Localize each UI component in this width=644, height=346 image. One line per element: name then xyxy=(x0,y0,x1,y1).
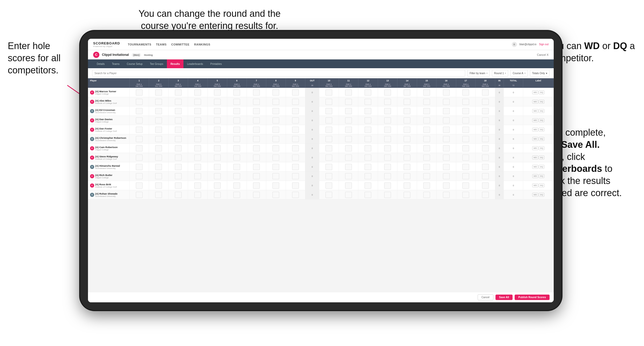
score-input-h16[interactable] xyxy=(443,108,450,114)
hole-2-cell[interactable] xyxy=(149,144,169,153)
wd-button[interactable]: WD xyxy=(532,128,538,132)
hole-18-cell[interactable] xyxy=(476,88,495,97)
hole-15-cell[interactable] xyxy=(417,97,436,106)
score-input-h9[interactable] xyxy=(292,145,299,151)
hole-5-cell[interactable] xyxy=(208,153,227,162)
score-input-h18[interactable] xyxy=(482,108,489,114)
hole-13-cell[interactable] xyxy=(378,116,397,125)
score-input-h11[interactable] xyxy=(345,127,352,133)
hole-13-cell[interactable] xyxy=(378,144,397,153)
score-input-h14[interactable] xyxy=(404,136,410,142)
score-input-h9[interactable] xyxy=(292,89,299,96)
hole-9-cell[interactable] xyxy=(286,172,305,181)
hole-4-cell[interactable] xyxy=(188,134,208,144)
dq-button[interactable]: DQ xyxy=(539,174,544,178)
hole-17-cell[interactable] xyxy=(456,97,476,106)
hole-16-cell[interactable] xyxy=(436,97,456,106)
hole-10-cell[interactable] xyxy=(319,88,339,97)
score-input-h6[interactable] xyxy=(233,99,240,105)
score-input-h2[interactable] xyxy=(155,173,162,179)
hole-4-cell[interactable] xyxy=(188,190,208,199)
score-input-h3[interactable] xyxy=(175,136,182,142)
filter-team-dropdown[interactable]: Filter by team ▾ xyxy=(467,70,490,76)
score-input-h17[interactable] xyxy=(462,99,469,105)
hole-2-cell[interactable] xyxy=(149,97,169,106)
score-input-h5[interactable] xyxy=(214,145,221,151)
score-input-h18[interactable] xyxy=(482,155,489,161)
score-input-h16[interactable] xyxy=(443,155,450,161)
hole-18-cell[interactable] xyxy=(476,97,495,106)
score-input-h17[interactable] xyxy=(462,192,469,198)
hole-17-cell[interactable] xyxy=(456,88,476,97)
hole-15-cell[interactable] xyxy=(417,144,436,153)
hole-16-cell[interactable] xyxy=(436,88,456,97)
hole-1-cell[interactable] xyxy=(129,162,149,172)
score-input-h17[interactable] xyxy=(462,89,469,96)
score-input-h15[interactable] xyxy=(423,182,430,189)
score-input-h1[interactable] xyxy=(136,89,143,96)
score-input-h13[interactable] xyxy=(384,145,391,151)
score-input-h9[interactable] xyxy=(292,108,299,114)
score-input-h12[interactable] xyxy=(365,117,371,124)
score-input-h9[interactable] xyxy=(292,192,299,198)
hole-3-cell[interactable] xyxy=(168,190,188,199)
hole-6-cell[interactable] xyxy=(227,116,247,125)
score-input-h8[interactable] xyxy=(272,173,279,179)
score-input-h10[interactable] xyxy=(325,136,332,142)
score-input-h18[interactable] xyxy=(482,127,489,133)
wd-button[interactable]: WD xyxy=(532,146,538,150)
score-input-h8[interactable] xyxy=(272,99,279,105)
hole-15-cell[interactable] xyxy=(417,88,436,97)
hole-17-cell[interactable] xyxy=(456,125,476,134)
hole-17-cell[interactable] xyxy=(456,144,476,153)
hole-9-cell[interactable] xyxy=(286,134,305,144)
tab-tee-groups[interactable]: Tee Groups xyxy=(146,59,167,68)
dq-button[interactable]: DQ xyxy=(539,128,544,132)
score-input-h5[interactable] xyxy=(214,182,221,189)
score-input-h9[interactable] xyxy=(292,117,299,124)
score-input-h14[interactable] xyxy=(404,127,410,133)
score-input-h7[interactable] xyxy=(253,108,260,114)
hole-6-cell[interactable] xyxy=(227,144,247,153)
hole-3-cell[interactable] xyxy=(168,181,188,190)
score-input-h6[interactable] xyxy=(233,108,240,114)
hole-4-cell[interactable] xyxy=(188,88,208,97)
score-input-h12[interactable] xyxy=(365,136,371,142)
score-input-h3[interactable] xyxy=(175,192,182,198)
score-input-h13[interactable] xyxy=(384,127,391,133)
hole-8-cell[interactable] xyxy=(266,181,286,190)
score-input-h4[interactable] xyxy=(194,164,201,170)
tab-leaderboards[interactable]: Leaderboards xyxy=(183,59,207,68)
score-input-h4[interactable] xyxy=(194,173,201,179)
score-input-h16[interactable] xyxy=(443,164,450,170)
score-input-h3[interactable] xyxy=(175,117,182,124)
wd-button[interactable]: WD xyxy=(532,156,538,159)
hole-16-cell[interactable] xyxy=(436,134,456,144)
score-input-h17[interactable] xyxy=(462,136,469,142)
score-input-h9[interactable] xyxy=(292,136,299,142)
hole-7-cell[interactable] xyxy=(247,125,266,134)
score-input-h1[interactable] xyxy=(136,99,143,105)
score-input-h4[interactable] xyxy=(194,108,201,114)
score-input-h12[interactable] xyxy=(365,89,371,96)
hole-11-cell[interactable] xyxy=(339,125,358,134)
tab-printables[interactable]: Printables xyxy=(207,59,225,68)
score-input-h10[interactable] xyxy=(325,99,332,105)
hole-14-cell[interactable] xyxy=(397,88,417,97)
score-input-h6[interactable] xyxy=(233,164,240,170)
hole-6-cell[interactable] xyxy=(227,88,247,97)
hole-15-cell[interactable] xyxy=(417,190,436,199)
hole-11-cell[interactable] xyxy=(339,134,358,144)
hole-10-cell[interactable] xyxy=(319,181,339,190)
hole-7-cell[interactable] xyxy=(247,190,266,199)
course-selector[interactable]: Course A ▾ xyxy=(510,70,528,76)
hole-7-cell[interactable] xyxy=(247,144,266,153)
hole-1-cell[interactable] xyxy=(129,106,149,116)
score-input-h10[interactable] xyxy=(325,89,332,96)
hole-10-cell[interactable] xyxy=(319,134,339,144)
score-input-h3[interactable] xyxy=(175,145,182,151)
score-input-h16[interactable] xyxy=(443,145,450,151)
dq-button[interactable]: DQ xyxy=(539,100,544,104)
hole-12-cell[interactable] xyxy=(358,97,378,106)
score-input-h10[interactable] xyxy=(325,117,332,124)
